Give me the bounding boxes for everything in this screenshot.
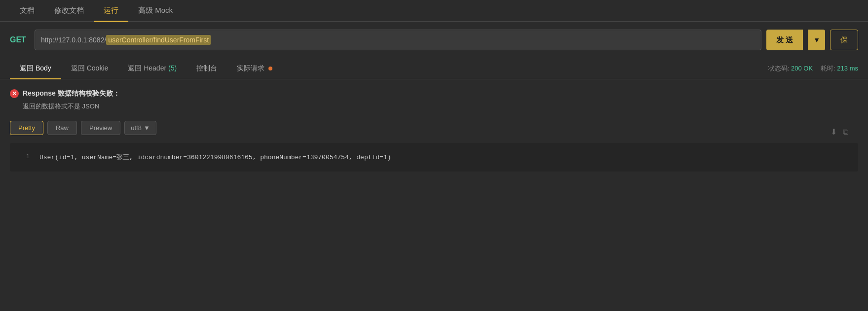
- action-icons: ⬇ ⧉: [821, 127, 858, 137]
- chevron-down-icon: ▼: [813, 36, 820, 44]
- error-box: ✕ Response 数据结构校验失败： 返回的数据格式不是 JSON: [10, 89, 858, 111]
- encoding-select[interactable]: utf8 ▼: [124, 121, 156, 135]
- line-number: 1: [20, 153, 30, 162]
- dot-indicator: [268, 67, 272, 70]
- tab-edit-docs[interactable]: 修改文档: [44, 0, 94, 21]
- tab-actual-request[interactable]: 实际请求: [227, 58, 282, 79]
- tab-console[interactable]: 控制台: [187, 58, 227, 79]
- response-tabs: 返回 Body 返回 Cookie 返回 Header (5) 控制台 实际请求…: [0, 58, 868, 79]
- code-area: 1 User(id=1, userName=张三, idcardnumber=3…: [10, 143, 858, 172]
- response-body-area: ✕ Response 数据结构校验失败： 返回的数据格式不是 JSON Pret…: [0, 79, 868, 181]
- response-time: 213 ms: [837, 65, 858, 72]
- format-tabs: Pretty Raw Preview utf8 ▼: [10, 121, 156, 135]
- url-highlighted-path: userController/findUserFromFirst: [106, 35, 211, 45]
- format-tab-pretty[interactable]: Pretty: [10, 121, 43, 135]
- tab-return-header[interactable]: 返回 Header (5): [118, 58, 187, 79]
- send-button[interactable]: 发 送: [766, 30, 803, 50]
- top-nav-tabs: 文档 修改文档 运行 高级 Mock: [0, 0, 868, 22]
- download-icon[interactable]: ⬇: [830, 127, 837, 137]
- url-input[interactable]: http://127.0.0.1:8082/ userController/fi…: [35, 30, 761, 50]
- status-info: 状态码: 200 OK 耗时: 213 ms: [768, 64, 858, 73]
- format-tab-raw[interactable]: Raw: [47, 121, 77, 135]
- url-base-text: http://127.0.0.1:8082/: [41, 36, 106, 44]
- error-description: 返回的数据格式不是 JSON: [10, 102, 858, 111]
- tab-run[interactable]: 运行: [94, 0, 128, 21]
- chevron-down-icon: ▼: [144, 124, 150, 132]
- code-line-1: 1 User(id=1, userName=张三, idcardnumber=3…: [10, 151, 858, 164]
- tab-return-cookie[interactable]: 返回 Cookie: [61, 58, 118, 79]
- line-content: User(id=1, userName=张三, idcardnumber=360…: [39, 153, 391, 162]
- tab-docs[interactable]: 文档: [10, 0, 44, 21]
- url-bar-row: GET http://127.0.0.1:8082/ userControlle…: [0, 22, 868, 58]
- status-code: 200 OK: [791, 65, 813, 72]
- format-tab-preview[interactable]: Preview: [81, 121, 120, 135]
- error-icon: ✕: [10, 89, 19, 98]
- copy-icon[interactable]: ⧉: [843, 128, 848, 137]
- error-title: ✕ Response 数据结构校验失败：: [10, 89, 858, 98]
- save-button[interactable]: 保: [830, 30, 858, 50]
- http-method-label: GET: [10, 35, 30, 44]
- tab-return-body[interactable]: 返回 Body: [10, 58, 61, 79]
- send-dropdown-button[interactable]: ▼: [808, 30, 825, 50]
- format-tabs-row: Pretty Raw Preview utf8 ▼ ⬇ ⧉: [10, 121, 858, 143]
- tab-advanced-mock[interactable]: 高级 Mock: [128, 0, 183, 21]
